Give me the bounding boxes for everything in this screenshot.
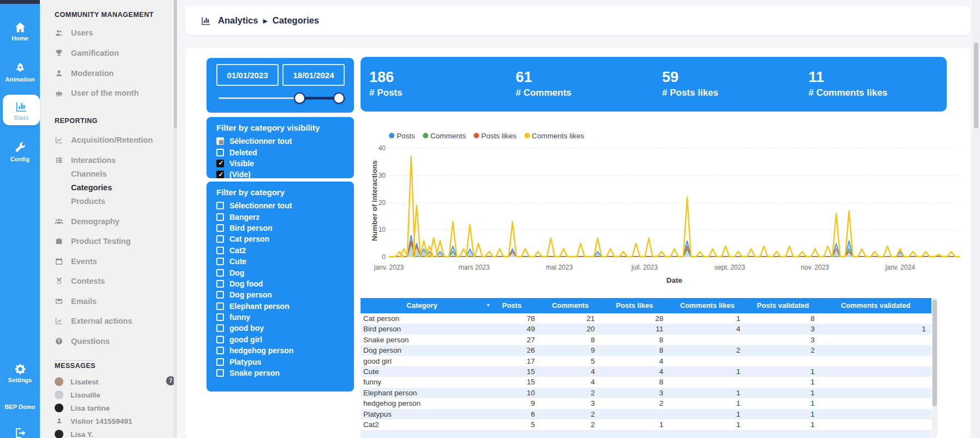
message-item-lisa-tartine[interactable]: Lisa tartine xyxy=(55,401,174,414)
visibility-option-deleted[interactable]: Deleted xyxy=(206,147,354,157)
rail-item-animation[interactable]: Animation xyxy=(0,62,40,83)
message-item-lisouille[interactable]: Lisouille xyxy=(55,388,174,401)
cell-value xyxy=(746,356,820,366)
visibility-option-vide[interactable]: (Vide) xyxy=(206,169,354,180)
checkbox-checked[interactable] xyxy=(216,171,224,178)
checkbox-unchecked[interactable] xyxy=(216,336,224,343)
sidebar-item-contests[interactable]: Contests xyxy=(55,277,174,285)
sidebar-item-products[interactable]: Products xyxy=(71,197,105,206)
sidebar-item-moderation[interactable]: Moderation xyxy=(55,69,174,78)
legend-item-comments[interactable]: Comments xyxy=(423,132,466,140)
category-option-s-lectionner-tout[interactable]: Sélectionner tout xyxy=(206,200,354,211)
message-item-lisatest[interactable]: Lisatest7 xyxy=(55,375,174,388)
kpi-value: 61 xyxy=(516,69,653,85)
breadcrumb-current[interactable]: Categories xyxy=(273,15,319,26)
legend-dot-icon xyxy=(389,133,394,138)
sidebar-item-product-testing[interactable]: Product Testing xyxy=(55,237,174,246)
message-item-lisa-y[interactable]: Lisa Y. xyxy=(55,428,174,438)
checkbox-unchecked[interactable] xyxy=(216,347,224,354)
legend-item-comments-likes[interactable]: Comments likes xyxy=(524,132,585,140)
rail-item-home[interactable]: Home xyxy=(0,21,40,42)
checkbox-unchecked[interactable] xyxy=(216,324,224,332)
category-option-bangerz[interactable]: Bangerz xyxy=(206,211,354,222)
checkbox-unchecked[interactable] xyxy=(216,269,224,277)
legend-dot-icon xyxy=(524,133,530,138)
end-date-input[interactable]: 18/01/2024 xyxy=(282,64,345,86)
sidebar-item-demography[interactable]: Demography xyxy=(55,217,174,226)
column-header-comments-validated[interactable]: Comments validated xyxy=(820,298,931,313)
category-option-cute[interactable]: Cute xyxy=(206,256,354,267)
checkbox-unchecked[interactable] xyxy=(216,235,224,243)
date-slider-handle-end[interactable] xyxy=(333,92,345,104)
legend-item-posts-likes[interactable]: Posts likes xyxy=(474,132,517,140)
category-option-good-boy[interactable]: good boy xyxy=(206,323,354,334)
category-option-cat-person[interactable]: Cat person xyxy=(206,233,354,244)
column-header-comments-likes[interactable]: Comments likes xyxy=(669,298,746,313)
rail-item-settings[interactable]: Settings xyxy=(0,363,40,383)
sidebar-item-user-of-the-month[interactable]: User of the month xyxy=(55,89,174,97)
sidebar-item-users[interactable]: Users xyxy=(55,28,174,37)
sidebar-item-interactions[interactable]: Interactions xyxy=(55,156,174,165)
legend-item-posts[interactable]: Posts xyxy=(389,132,415,140)
series-line-comments-likes xyxy=(389,156,960,256)
rail-item-stats[interactable]: Stats xyxy=(3,95,40,125)
category-option-dog-food[interactable]: Dog food xyxy=(206,278,354,289)
sidebar-item-questions[interactable]: Questions xyxy=(55,337,174,346)
category-option-hedgehog-person[interactable]: hedgehog person xyxy=(206,345,354,356)
checkbox-unchecked[interactable] xyxy=(216,280,224,288)
category-option-platypus[interactable]: Platypus xyxy=(206,356,354,367)
x-axis-label: Date xyxy=(389,276,960,284)
checkbox-unchecked[interactable] xyxy=(216,369,224,377)
column-header-category[interactable]: Category xyxy=(361,298,483,313)
checkbox-unchecked[interactable] xyxy=(216,224,224,232)
cell-value: 4 xyxy=(600,356,669,366)
category-option-dog-person[interactable]: Dog person xyxy=(206,289,354,300)
checkbox-unchecked[interactable] xyxy=(216,213,224,221)
checkbox-checked[interactable] xyxy=(216,160,224,167)
category-option-elephant-person[interactable]: Elephant person xyxy=(206,301,354,312)
sidebar-item-emails[interactable]: Emails xyxy=(55,297,174,306)
checkbox-unchecked[interactable] xyxy=(216,358,224,366)
date-slider-track[interactable] xyxy=(219,97,343,99)
category-option-bird-person[interactable]: Bird person xyxy=(206,223,354,233)
checkbox-unchecked[interactable] xyxy=(216,302,224,310)
sidebar-scrollbar-thumb[interactable] xyxy=(174,0,177,129)
checkbox-unchecked[interactable] xyxy=(216,258,224,265)
category-option-snake-person[interactable]: Snake person xyxy=(206,367,354,378)
checkbox-unchecked[interactable] xyxy=(216,247,224,254)
date-slider-handle-start[interactable] xyxy=(294,92,305,104)
checkbox-unchecked[interactable] xyxy=(216,313,224,321)
checkbox-indeterminate[interactable] xyxy=(216,137,224,145)
checkbox-unchecked[interactable] xyxy=(216,149,224,156)
start-date-input[interactable]: 01/01/2023 xyxy=(216,64,279,86)
column-header-posts-validated[interactable]: Posts validated xyxy=(746,298,820,313)
cell-value xyxy=(820,313,931,324)
sidebar-item-external-actions[interactable]: External actions xyxy=(55,317,174,325)
checkbox-unchecked[interactable] xyxy=(216,291,224,299)
visibility-option-visible[interactable]: Visible xyxy=(206,158,354,169)
visibility-option-s-lectionner-tout[interactable]: Sélectionner tout xyxy=(206,136,354,147)
table-row-funny: funny15481 xyxy=(361,377,931,387)
category-option-cat2[interactable]: Cat2 xyxy=(206,245,354,256)
rail-item-config[interactable]: Config xyxy=(0,142,40,162)
sidebar-item-channels[interactable]: Channels xyxy=(71,170,107,178)
sidebar-item-acquisition-retention[interactable]: Acquisition/Retention xyxy=(55,136,174,144)
table-scrollbar-thumb[interactable] xyxy=(932,300,937,406)
breadcrumb-parent[interactable]: Analytics xyxy=(218,15,258,26)
page-scrollbar-thumb[interactable] xyxy=(974,43,978,129)
category-option-dog[interactable]: Dog xyxy=(206,267,354,278)
logout-button[interactable] xyxy=(0,427,40,438)
column-header-posts[interactable]: Posts▼ xyxy=(483,298,541,313)
column-header-comments[interactable]: Comments xyxy=(540,298,600,313)
sidebar-item-gamification[interactable]: Gamification xyxy=(55,49,174,57)
sidebar-item-categories[interactable]: Categories xyxy=(71,183,112,192)
table-row-good-girl: good girl1754 xyxy=(361,356,931,366)
category-option-funny[interactable]: funny xyxy=(206,312,354,323)
rail-item-label: Animation xyxy=(0,76,40,83)
table-row-snake-person: Snake person27883 xyxy=(361,335,931,345)
column-header-posts-likes[interactable]: Posts likes xyxy=(600,298,669,313)
message-item-visitor-141559491[interactable]: Visitor 141559491 xyxy=(55,414,174,428)
sidebar-item-events[interactable]: Events xyxy=(55,257,174,266)
category-option-good-girl[interactable]: good girl xyxy=(206,334,354,345)
checkbox-unchecked[interactable] xyxy=(216,202,224,209)
